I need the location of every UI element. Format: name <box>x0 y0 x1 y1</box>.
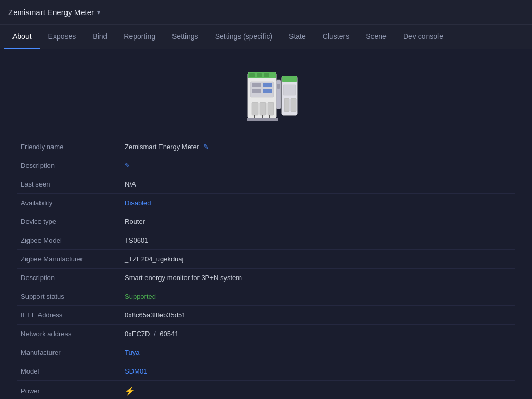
label-manufacturer: Manufacturer <box>17 343 121 362</box>
value-zigbee-manufacturer: _TZE204_ugekduaj <box>121 250 515 269</box>
svg-rect-16 <box>282 76 297 82</box>
tab-settings--specific-[interactable]: Settings (specific) <box>207 25 281 49</box>
value-support-status: Supported <box>121 287 515 306</box>
label-zigbee-model: Zigbee Model <box>17 231 121 250</box>
tab-clusters[interactable]: Clusters <box>314 25 357 49</box>
row-availability: Availability Disabled <box>17 194 515 212</box>
network-addr-separator: / <box>154 330 156 338</box>
value-model: SDM01 <box>121 362 515 381</box>
svg-rect-14 <box>277 84 280 89</box>
power-plug-icon: ⚡ <box>125 387 135 395</box>
value-power: ⚡ <box>121 381 515 400</box>
row-power: Power ⚡ <box>17 381 515 400</box>
tab-exposes[interactable]: Exposes <box>40 25 85 49</box>
value-description2: Smart energy monitor for 3P+N system <box>121 269 515 287</box>
svg-rect-6 <box>252 83 261 87</box>
svg-rect-8 <box>263 83 272 87</box>
label-network-address: Network address <box>17 325 121 343</box>
value-availability: Disabled <box>121 194 515 212</box>
row-device-type: Device type Router <box>17 212 515 231</box>
label-device-type: Device type <box>17 212 121 231</box>
svg-rect-9 <box>263 89 272 93</box>
svg-rect-18 <box>284 98 289 112</box>
label-friendly-name: Friendly name <box>17 138 121 156</box>
value-zigbee-model: TS0601 <box>121 231 515 250</box>
tab-reporting[interactable]: Reporting <box>115 25 164 49</box>
nav-tabs: AboutExposesBindReportingSettingsSetting… <box>0 25 532 49</box>
value-last-seen: N/A <box>121 175 515 194</box>
tab-dev-console[interactable]: Dev console <box>395 25 451 49</box>
row-friendly-name: Friendly name Zemismart Energy Meter ✎ <box>17 138 515 156</box>
label-model: Model <box>17 362 121 381</box>
tab-settings[interactable]: Settings <box>164 25 207 49</box>
network-addr-hex[interactable]: 0xEC7D <box>125 330 150 338</box>
svg-rect-10 <box>252 102 258 115</box>
tab-about[interactable]: About <box>4 25 40 49</box>
label-zigbee-manufacturer: Zigbee Manufacturer <box>17 250 121 269</box>
value-manufacturer: Tuya <box>121 343 515 362</box>
title-bar: Zemismart Energy Meter ▾ <box>0 0 532 25</box>
row-zigbee-manufacturer: Zigbee Manufacturer _TZE204_ugekduaj <box>17 250 515 269</box>
tab-bind[interactable]: Bind <box>84 25 115 49</box>
label-power: Power <box>17 381 121 400</box>
value-description: ✎ <box>121 156 515 175</box>
svg-rect-23 <box>247 118 278 121</box>
label-description2: Description <box>17 269 121 287</box>
title-dropdown-arrow[interactable]: ▾ <box>97 9 100 16</box>
row-manufacturer: Manufacturer Tuya <box>17 343 515 362</box>
main-content: Friendly name Zemismart Energy Meter ✎ D… <box>0 49 532 399</box>
row-network-address: Network address 0xEC7D / 60541 <box>17 325 515 343</box>
value-friendly-name: Zemismart Energy Meter ✎ <box>121 138 515 156</box>
label-availability: Availability <box>17 194 121 212</box>
network-addr-decimal[interactable]: 60541 <box>159 330 178 338</box>
value-ieee-address: 0x8c65a3fffeb35d51 <box>121 306 515 325</box>
device-image <box>222 62 310 129</box>
svg-rect-11 <box>260 102 266 115</box>
svg-rect-19 <box>291 98 296 112</box>
value-device-type: Router <box>121 212 515 231</box>
edit-friendly-name-icon[interactable]: ✎ <box>203 143 209 151</box>
tab-state[interactable]: State <box>281 25 314 49</box>
row-description: Description ✎ <box>17 156 515 175</box>
label-description: Description <box>17 156 121 175</box>
svg-rect-2 <box>249 73 255 77</box>
tab-scene[interactable]: Scene <box>357 25 395 49</box>
row-last-seen: Last seen N/A <box>17 175 515 194</box>
svg-rect-4 <box>264 73 269 77</box>
row-support-status: Support status Supported <box>17 287 515 306</box>
row-description2: Description Smart energy monitor for 3P+… <box>17 269 515 287</box>
label-last-seen: Last seen <box>17 175 121 194</box>
label-support-status: Support status <box>17 287 121 306</box>
row-model: Model SDM01 <box>17 362 515 381</box>
value-network-address: 0xEC7D / 60541 <box>121 325 515 343</box>
svg-rect-17 <box>283 85 296 95</box>
row-ieee-address: IEEE Address 0x8c65a3fffeb35d51 <box>17 306 515 325</box>
label-ieee-address: IEEE Address <box>17 306 121 325</box>
device-info-table: Friendly name Zemismart Energy Meter ✎ D… <box>17 138 515 399</box>
row-zigbee-model: Zigbee Model TS0601 <box>17 231 515 250</box>
svg-rect-12 <box>268 102 274 115</box>
app-title: Zemismart Energy Meter <box>8 8 94 17</box>
edit-description-icon[interactable]: ✎ <box>125 162 130 169</box>
svg-rect-3 <box>257 73 262 77</box>
svg-rect-7 <box>252 89 261 93</box>
